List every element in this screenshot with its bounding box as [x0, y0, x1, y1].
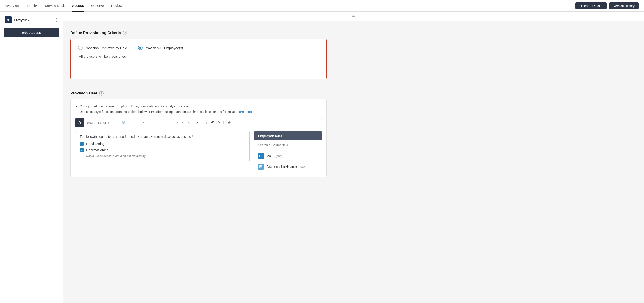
- op-greater[interactable]: >: [176, 121, 179, 124]
- alias-type: (abc): [300, 165, 306, 168]
- define-provisioning-help-icon[interactable]: ?: [123, 31, 127, 35]
- provision-user-section: Provision User ? Configure attributes us…: [70, 86, 326, 177]
- op-greater-equal[interactable]: >=: [195, 121, 200, 124]
- alias-icon: [258, 164, 264, 170]
- employee-data-item-alias[interactable]: Alias (mailNickName) (abc): [254, 162, 322, 172]
- employee-data-panel: Employee Data Mail (abc): [254, 131, 322, 172]
- radio-all-employees[interactable]: Provision All Employee(s): [138, 46, 183, 50]
- op-plus[interactable]: +: [131, 121, 135, 124]
- radio-circle-all: [138, 46, 142, 50]
- nav-overview[interactable]: Overview: [6, 0, 20, 12]
- learn-more-link[interactable]: Learn more: [236, 110, 252, 114]
- add-access-button[interactable]: Add Access: [4, 28, 59, 37]
- nav-observe[interactable]: Observe: [91, 0, 104, 12]
- operations-box: The following operations are performed b…: [75, 131, 250, 162]
- op-less[interactable]: <: [181, 121, 185, 124]
- employee-data-item-mail[interactable]: Mail (abc): [254, 151, 322, 162]
- brand-name: Proxyclick: [14, 18, 29, 22]
- radio-by-role[interactable]: Provision Employee by Role: [78, 46, 127, 50]
- sidebar-menu-dots[interactable]: ⋮: [54, 17, 58, 22]
- info-icon[interactable]: ℹ: [223, 120, 224, 125]
- employee-data-header: Employee Data: [254, 131, 322, 140]
- top-navigation: Overview Identity Service Desk Access Ob…: [0, 0, 644, 12]
- op-minus[interactable]: -: [137, 121, 140, 124]
- provisioning-label: Provisioning: [86, 142, 105, 146]
- alias-label: Alias (mailNickName): [266, 165, 297, 168]
- op-close-paren[interactable]: ): [158, 121, 160, 124]
- search-icon: 🔍: [122, 120, 126, 125]
- scroll-arrow-icon: [352, 15, 355, 17]
- version-history-button[interactable]: Version History: [609, 2, 638, 10]
- bullet-1: Configure attributes using Employee Data…: [80, 104, 322, 109]
- op-equals[interactable]: =: [163, 121, 166, 124]
- font-icon[interactable]: A: [218, 120, 220, 125]
- provision-user-title: Provision User ?: [70, 91, 326, 96]
- nav-actions: Upload HR Data Version History: [576, 2, 638, 10]
- criteria-box: Provision Employee by Role Provision All…: [70, 39, 326, 79]
- op-not-equals[interactable]: !=: [169, 121, 173, 124]
- clock-icon[interactable]: ⏱: [211, 120, 214, 125]
- provision-user-label: Provision User: [70, 91, 98, 96]
- provisioning-checkbox-row: Provisioning: [80, 142, 245, 146]
- provision-bullets: Configure attributes using Employee Data…: [75, 104, 322, 114]
- nav-review[interactable]: Review: [111, 0, 122, 12]
- employee-data-search-input[interactable]: [258, 143, 318, 148]
- toolbar-operators: + - * / ( ) = != > < <= >=: [130, 118, 202, 127]
- provisioning-checkbox[interactable]: [80, 142, 84, 146]
- define-provisioning-label: Define Provisioning Criteria: [70, 31, 121, 35]
- nav-service-desk[interactable]: Service Desk: [45, 0, 65, 12]
- radio-options-row: Provision Employee by Role Provision All…: [78, 46, 319, 50]
- radio-circle-role: [78, 46, 82, 50]
- op-less-equal[interactable]: <=: [188, 121, 193, 124]
- brand-logo: x: [4, 16, 12, 24]
- deprovisioning-checkbox[interactable]: [80, 148, 84, 152]
- toolbar-icons: ⊞ ⏱ A ℹ ⚙: [202, 118, 233, 127]
- search-function-area: 🔍: [84, 118, 130, 127]
- define-provisioning-title: Define Provisioning Criteria ?: [70, 31, 326, 35]
- mail-type: (abc): [276, 154, 282, 158]
- search-function-input[interactable]: [87, 121, 122, 124]
- op-open-paren[interactable]: (: [153, 121, 156, 124]
- deprovisioning-label: Deprovisioning: [86, 148, 108, 152]
- grid-icon[interactable]: ⊞: [205, 120, 208, 125]
- nav-items: Overview Identity Service Desk Access Ob…: [6, 0, 122, 12]
- criteria-description: All the users will be provisioned: [79, 54, 319, 58]
- radio-all-employees-label: Provision All Employee(s): [145, 46, 183, 50]
- op-divide[interactable]: /: [148, 121, 150, 124]
- operations-label: The following operations are performed b…: [80, 135, 245, 138]
- scroll-indicator: [63, 12, 644, 21]
- nav-identity[interactable]: Identity: [27, 0, 38, 12]
- define-provisioning-section: Define Provisioning Criteria ? Provision…: [70, 26, 326, 79]
- employee-data-search-area: [254, 140, 322, 151]
- operations-row: The following operations are performed b…: [75, 131, 322, 172]
- formula-toolbar: fx 🔍 + - * / ( ) =: [75, 118, 322, 128]
- main-layout: x Proxyclick ⋮ Add Access Define Provisi…: [0, 12, 644, 303]
- deprovisioning-note: Users will be deactivated upon deprovisi…: [86, 154, 245, 158]
- radio-by-role-label: Provision Employee by Role: [85, 46, 127, 50]
- provision-user-box: Configure attributes using Employee Data…: [70, 99, 326, 177]
- mail-label: Mail: [266, 154, 272, 158]
- sidebar: x Proxyclick ⋮ Add Access: [0, 12, 63, 303]
- op-multiply[interactable]: *: [142, 121, 145, 124]
- main-content: Define Provisioning Criteria ? Provision…: [63, 12, 644, 303]
- nav-access[interactable]: Access: [72, 0, 84, 12]
- settings-icon[interactable]: ⚙: [228, 120, 231, 125]
- content-inner: Define Provisioning Criteria ? Provision…: [63, 21, 334, 190]
- upload-hr-data-button[interactable]: Upload HR Data: [576, 2, 606, 10]
- bullet-2: Use excel-style functions from the toolb…: [80, 110, 322, 114]
- sidebar-brand: x Proxyclick: [4, 16, 29, 24]
- provision-user-help-icon[interactable]: ?: [99, 91, 104, 96]
- fx-label: fx: [75, 118, 84, 127]
- deprovisioning-checkbox-row: Deprovisioning: [80, 148, 245, 152]
- sidebar-header: x Proxyclick ⋮: [4, 16, 59, 24]
- mail-icon: [258, 153, 264, 159]
